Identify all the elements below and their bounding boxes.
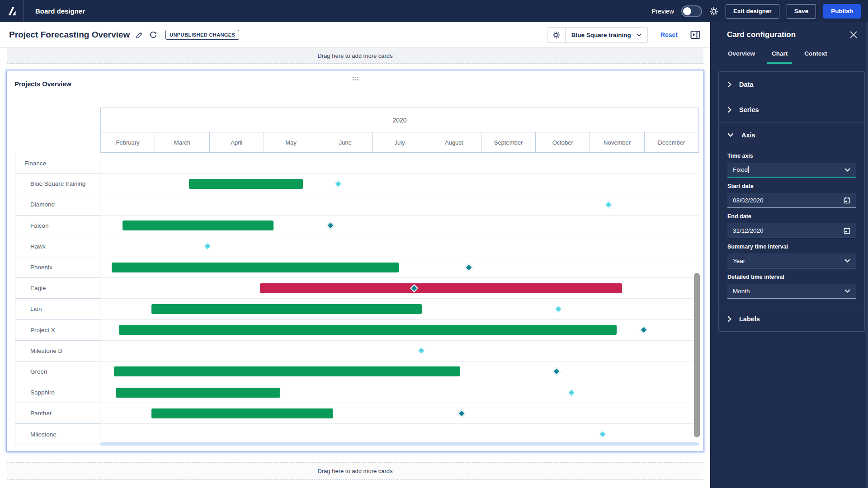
gantt-milestone[interactable]	[552, 367, 560, 375]
start-date-input[interactable]: 03/02/2020	[727, 193, 856, 208]
gantt-bar[interactable]	[151, 304, 422, 314]
tab-context[interactable]: Context	[803, 50, 828, 63]
month-header: September	[481, 132, 535, 152]
gantt-row: Project X	[15, 320, 699, 341]
toggle-knob	[683, 7, 691, 15]
close-panel-button[interactable]	[850, 31, 857, 38]
gantt-bar[interactable]	[119, 325, 617, 335]
context-selector-value[interactable]: Blue Square training	[566, 28, 647, 42]
settings-gear-button[interactable]	[709, 7, 718, 16]
end-date-value: 31/12/2020	[733, 227, 764, 234]
gantt-row: Diamond	[15, 194, 699, 215]
panel-scrollbar[interactable]	[866, 22, 868, 488]
chevron-down-icon	[844, 259, 850, 263]
anaplan-logo-icon	[6, 5, 18, 17]
context-selector-label: Blue Square training	[571, 32, 631, 38]
gantt-month-row: FebruaryMarchAprilMayJuneJulyAugustSepte…	[100, 132, 699, 153]
gantt-milestone[interactable]	[203, 242, 212, 250]
gantt-row-label: Panther	[15, 403, 100, 424]
chevron-right-icon	[727, 107, 731, 113]
edit-title-button[interactable]	[136, 31, 143, 39]
time-axis-label: Time axis	[727, 153, 856, 159]
dropzone-divider	[7, 457, 703, 457]
start-date-value: 03/02/2020	[733, 197, 764, 204]
horizontal-scrollbar[interactable]	[100, 442, 699, 446]
month-header: February	[101, 132, 155, 152]
gantt-row: Phoenix	[15, 257, 699, 278]
month-header: June	[318, 132, 372, 152]
gantt-bar[interactable]	[112, 263, 398, 272]
month-header: August	[427, 132, 481, 152]
publish-button[interactable]: Publish	[823, 4, 861, 19]
time-axis-value: Fixed	[733, 166, 748, 173]
app: Board designer Preview	[0, 0, 868, 488]
gantt-milestone[interactable]	[465, 263, 473, 271]
gantt-milestone[interactable]	[458, 409, 466, 418]
section-data[interactable]: Data	[719, 72, 864, 97]
end-date-input[interactable]: 31/12/2020	[727, 223, 856, 238]
gantt-row: Milestone	[15, 424, 699, 445]
gantt-bar[interactable]	[114, 366, 460, 376]
gantt-milestone[interactable]	[326, 221, 335, 230]
gantt-row-label: Eagle	[15, 278, 100, 299]
exit-designer-button[interactable]: Exit designer	[726, 4, 779, 19]
detailed-interval-label: Detailed time interval	[727, 274, 856, 280]
end-date-label: End date	[727, 213, 856, 220]
topbar: Board designer Preview	[0, 0, 868, 22]
dropzone-top[interactable]: Drag here to add more cards	[7, 48, 703, 64]
section-labels[interactable]: Labels	[719, 306, 864, 331]
gantt-milestone[interactable]	[554, 305, 562, 313]
gantt-row-timeline	[100, 299, 699, 319]
board-canvas: Drag here to add more cards Projects Ove…	[0, 48, 710, 488]
gantt-bar[interactable]	[116, 388, 281, 398]
save-button[interactable]: Save	[787, 4, 816, 19]
gantt-row-label: Sapphire	[15, 382, 100, 403]
time-axis-select[interactable]: Fixed	[727, 163, 856, 178]
section-axis-label: Axis	[741, 131, 755, 139]
gantt-bar[interactable]	[151, 408, 333, 418]
preview-label: Preview	[651, 8, 674, 15]
dropzone-bottom[interactable]: Drag here to add more cards	[7, 462, 703, 480]
gantt-milestone[interactable]	[604, 201, 613, 209]
board-toolbar: Project Forecasting Overview UNPUBLISHED…	[0, 22, 710, 48]
gantt-milestone[interactable]	[567, 388, 576, 396]
gantt-row-label: Milestone B	[15, 341, 100, 361]
section-axis[interactable]: Axis	[719, 122, 864, 147]
gantt-milestone[interactable]	[640, 326, 648, 334]
gantt-bar[interactable]	[189, 179, 303, 189]
card-drag-handle[interactable]	[352, 77, 358, 80]
gantt-milestone[interactable]	[334, 180, 342, 188]
chevron-down-icon	[727, 133, 734, 137]
tab-chart[interactable]: Chart	[771, 50, 788, 63]
gantt-row: Green	[15, 361, 699, 382]
gantt-row: Blue Square training	[15, 174, 699, 194]
projects-overview-card: Projects Overview 2020 FebruaryMarchApri…	[6, 70, 704, 452]
month-header: April	[209, 132, 264, 152]
gantt-row-timeline	[100, 257, 699, 278]
gantt-bar[interactable]	[260, 283, 623, 293]
collapse-panel-button[interactable]	[690, 30, 700, 39]
summary-interval-label: Summary time interval	[727, 244, 856, 250]
gantt-milestone[interactable]	[599, 430, 607, 438]
sync-button[interactable]	[149, 31, 157, 39]
summary-interval-select[interactable]: Year	[727, 253, 856, 268]
context-gear[interactable]	[547, 28, 566, 42]
month-header: December	[644, 132, 698, 152]
section-series[interactable]: Series	[719, 97, 864, 122]
chevron-down-icon	[637, 33, 642, 37]
detailed-interval-value: Month	[733, 288, 750, 295]
gantt-row-label: Milestone	[15, 424, 100, 445]
gantt-row-timeline	[100, 236, 699, 257]
gantt-row-label: Finance	[15, 153, 100, 174]
gantt-milestone[interactable]	[417, 347, 425, 355]
tab-overview[interactable]: Overview	[727, 50, 756, 63]
gantt-row-timeline	[100, 320, 699, 341]
anaplan-logo[interactable]	[0, 0, 24, 22]
gantt-bar[interactable]	[123, 221, 273, 230]
section-series-label: Series	[739, 106, 759, 113]
preview-toggle[interactable]	[681, 5, 702, 17]
vertical-scrollbar[interactable]	[694, 273, 700, 437]
context-selector[interactable]: Blue Square training	[547, 27, 648, 43]
reset-button[interactable]: Reset	[660, 31, 678, 38]
detailed-interval-select[interactable]: Month	[727, 284, 856, 299]
